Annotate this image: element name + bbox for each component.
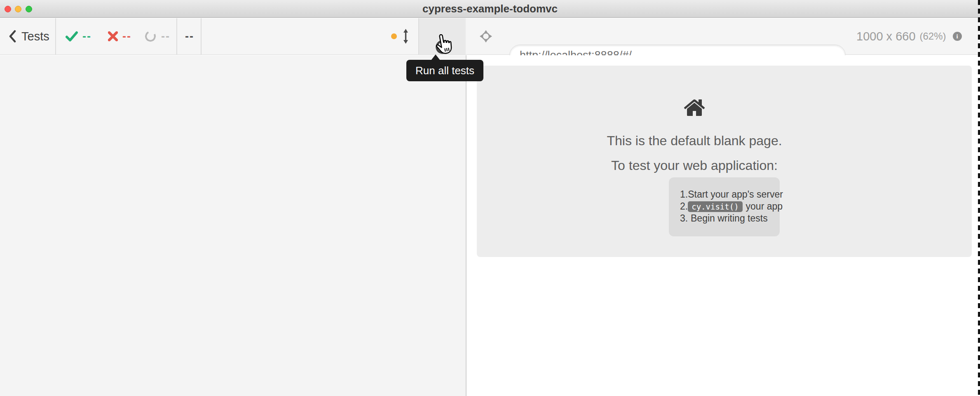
check-icon [66, 30, 78, 42]
status-dot [391, 18, 397, 54]
step-number: 1. [680, 189, 688, 200]
crosshair-icon [480, 30, 492, 42]
duration: -- [185, 18, 194, 54]
chevron-left-icon [9, 30, 16, 42]
stat-passed: -- [66, 18, 91, 54]
zoom-window-button[interactable] [26, 6, 32, 12]
x-icon [108, 31, 118, 41]
yellow-status-dot-icon [391, 33, 397, 39]
aut-iframe-blank-page: This is the default blank page. To test … [477, 66, 972, 257]
spec-list-pane [0, 55, 467, 396]
close-window-button[interactable] [5, 6, 11, 12]
blank-page-subheading: To test your web application: [477, 158, 912, 173]
stat-failed: -- [108, 18, 131, 54]
stat-pending: -- [145, 18, 170, 54]
titlebar: cypress-example-todomvc [0, 0, 980, 18]
capture-region-dashed-edge [978, 0, 980, 396]
cypress-runner-window: cypress-example-todomvc Tests -- -- -- [0, 0, 980, 396]
run-all-tests-tooltip: Run all tests [406, 60, 483, 81]
divider [55, 18, 56, 54]
list-item: 1. Start your app's server [680, 189, 780, 200]
instructions-box: 1. Start your app's server 2. cy.visit()… [669, 177, 780, 236]
duration-value: -- [185, 30, 194, 43]
runner-header: Tests -- -- -- -- [0, 18, 980, 55]
info-icon[interactable]: i [953, 32, 962, 41]
minimize-window-button[interactable] [15, 6, 21, 12]
back-to-tests-button[interactable]: Tests [9, 18, 49, 54]
blank-page-heading: This is the default blank page. [477, 133, 912, 148]
divider [176, 18, 177, 54]
list-item: 3. Begin writing tests [680, 212, 780, 224]
divider [201, 18, 202, 54]
step-text: your app [746, 201, 783, 212]
blank-page-content: This is the default blank page. To test … [477, 66, 912, 173]
list-item: 2. cy.visit() your app [680, 200, 780, 212]
pending-count: -- [161, 30, 170, 43]
selector-playground-button[interactable] [480, 18, 492, 54]
back-button-label: Tests [21, 30, 49, 43]
failed-count: -- [122, 30, 131, 43]
step-text: Start your app's server [688, 189, 783, 200]
viewport-zoom: (62%) [920, 31, 946, 42]
spinner-icon [144, 30, 157, 43]
code-chip: cy.visit() [688, 201, 742, 212]
viewport-size: 1000 x 660 [856, 30, 916, 43]
home-icon [477, 96, 912, 121]
viewport-info: 1000 x 660 (62%) i [856, 18, 962, 54]
step-text: Begin writing tests [691, 213, 768, 224]
step-number: 2. [680, 201, 688, 212]
aut-pane: This is the default blank page. To test … [467, 55, 980, 396]
window-title: cypress-example-todomvc [0, 0, 980, 18]
auto-scroll-toggle[interactable] [403, 18, 409, 54]
hand-cursor [432, 32, 455, 56]
up-down-arrow-icon [403, 29, 409, 44]
passed-count: -- [82, 30, 91, 43]
step-number: 3. [680, 213, 691, 224]
